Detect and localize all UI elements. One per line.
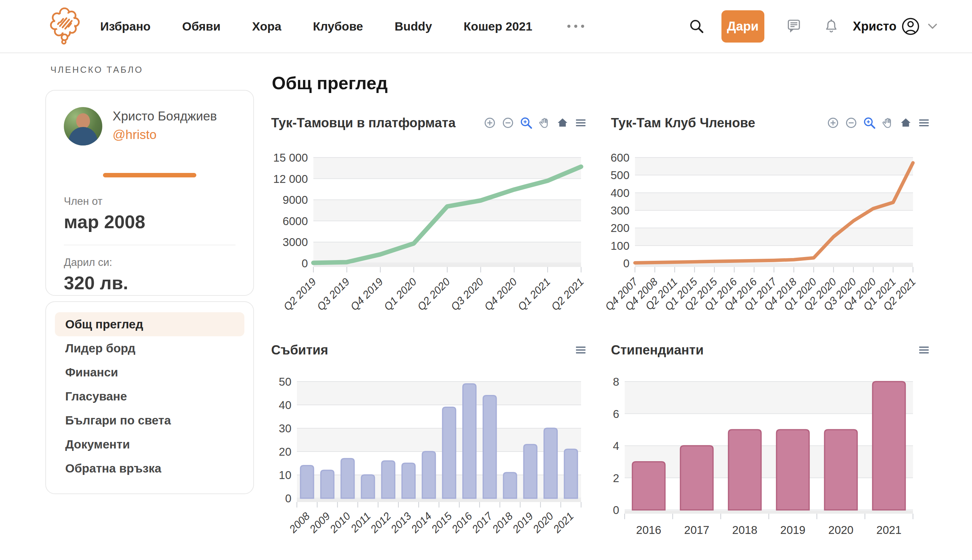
- svg-text:Q3 2019: Q3 2019: [315, 275, 352, 313]
- platform-members-line-chart[interactable]: 030006000900012 00015 000Q2 2019Q3 2019Q…: [271, 144, 587, 316]
- sidebar-item-dokumenti[interactable]: Документи: [55, 432, 244, 457]
- svg-text:2021: 2021: [876, 523, 901, 536]
- pan-icon: [881, 117, 894, 129]
- chart-menu-button[interactable]: [918, 117, 930, 129]
- home-button[interactable]: [900, 117, 912, 129]
- donate-button[interactable]: Дари: [722, 10, 764, 43]
- page-title: Общ преглед: [272, 73, 388, 93]
- svg-text:Q2 2020: Q2 2020: [415, 275, 452, 313]
- sidebar-item-obratna-vrazka[interactable]: Обратна връзка: [55, 457, 244, 480]
- chart-title: Стипендианти: [611, 343, 704, 358]
- svg-text:10: 10: [279, 469, 292, 482]
- section-label: ЧЛЕНСКО ТАБЛО: [50, 65, 143, 75]
- user-menu[interactable]: Христо: [853, 17, 938, 36]
- pan-icon: [538, 117, 550, 129]
- svg-text:2: 2: [613, 472, 619, 485]
- nav-item-obyavi[interactable]: Обяви: [182, 20, 221, 33]
- scholars-bar-chart[interactable]: 02468201620172018201920202021: [611, 371, 930, 559]
- svg-text:2018: 2018: [490, 510, 515, 536]
- sidebar-item-obsht-pregled[interactable]: Общ преглед: [55, 312, 244, 336]
- zoom-out-icon: [502, 117, 514, 129]
- menu-icon: [918, 344, 930, 356]
- donated-label: Дарил си:: [64, 256, 235, 269]
- chart-menu-button[interactable]: [575, 117, 587, 129]
- pan-button[interactable]: [538, 117, 550, 129]
- sidebar-item-lider-bord[interactable]: Лидер борд: [55, 336, 244, 360]
- svg-text:8: 8: [613, 375, 619, 388]
- user-name: Христо: [853, 19, 897, 33]
- home-button[interactable]: [556, 117, 569, 129]
- more-dots-icon[interactable]: [566, 21, 585, 31]
- sidebar-item-finansi[interactable]: Финанси: [55, 360, 244, 384]
- box-zoom-button[interactable]: [863, 117, 875, 129]
- zoom-out-button[interactable]: [845, 117, 857, 129]
- svg-text:200: 200: [610, 222, 629, 234]
- box-zoom-button[interactable]: [520, 117, 532, 129]
- svg-text:500: 500: [610, 169, 629, 182]
- svg-text:600: 600: [610, 151, 629, 164]
- zoom-out-button[interactable]: [502, 117, 514, 129]
- svg-text:30: 30: [279, 422, 292, 435]
- profile-accent-divider: [103, 173, 196, 177]
- svg-text:50: 50: [279, 375, 292, 388]
- nav-item-buddy[interactable]: Buddy: [395, 20, 432, 33]
- profile-divider: [64, 245, 235, 245]
- sidebar-menu: Общ преглед Лидер борд Финанси Гласуване…: [45, 301, 254, 494]
- svg-text:Q3 2020: Q3 2020: [448, 275, 486, 313]
- zoom-in-icon: [827, 117, 839, 129]
- zoom-out-icon: [845, 117, 857, 129]
- notifications-button[interactable]: [824, 18, 839, 35]
- svg-text:20: 20: [279, 445, 292, 458]
- svg-text:2020: 2020: [828, 523, 853, 536]
- svg-text:Q4 2020: Q4 2020: [482, 275, 519, 313]
- pan-button[interactable]: [881, 117, 894, 129]
- chart-title: Събития: [271, 343, 328, 358]
- messages-button[interactable]: [786, 18, 802, 35]
- events-bar-chart[interactable]: 0102030405020082009201020112012201320142…: [271, 371, 587, 559]
- svg-text:2019: 2019: [510, 510, 535, 535]
- svg-text:2017: 2017: [684, 523, 709, 536]
- zoom-in-button[interactable]: [827, 117, 839, 129]
- sidebar-item-glasuvane[interactable]: Гласуване: [55, 384, 244, 408]
- chevron-down-icon: [927, 23, 938, 30]
- nav-item-kosher2021[interactable]: Кошер 2021: [464, 20, 532, 33]
- chart-card-events: Събития 01020304050200820092010201120122…: [271, 340, 587, 560]
- avatar: [64, 107, 102, 145]
- donated-value: 320 лв.: [64, 272, 235, 293]
- svg-text:15 000: 15 000: [273, 151, 308, 164]
- home-icon: [900, 117, 912, 129]
- search-button[interactable]: [689, 18, 705, 35]
- top-nav: Избрано Обяви Хора Клубове Buddy Кошер 2…: [0, 0, 972, 53]
- user-circle-icon: [901, 17, 920, 36]
- nav-item-hora[interactable]: Хора: [252, 20, 282, 33]
- svg-text:0: 0: [623, 257, 629, 270]
- chart-toolbar: [827, 117, 930, 129]
- chart-menu-button[interactable]: [918, 344, 930, 356]
- chart-toolbar: [575, 344, 587, 356]
- zoom-in-button[interactable]: [483, 117, 496, 129]
- zoom-in-icon: [483, 117, 496, 129]
- svg-text:0: 0: [302, 257, 308, 270]
- svg-text:2011: 2011: [348, 510, 373, 535]
- chart-title: Тук-Там Клуб Членове: [611, 116, 755, 130]
- search-icon: [689, 18, 705, 35]
- chart-toolbar: [918, 344, 930, 356]
- profile-handle[interactable]: @hristo: [113, 128, 217, 142]
- chart-card-club-members: Тук-Там Клуб Членове 0100200300400500600…: [611, 113, 930, 317]
- svg-text:2012: 2012: [368, 510, 393, 535]
- svg-text:2013: 2013: [388, 510, 413, 535]
- svg-text:2020: 2020: [530, 510, 556, 535]
- member-since-label: Член от: [64, 195, 235, 208]
- nav-item-klubove[interactable]: Клубове: [313, 20, 363, 33]
- chart-card-platform-members: Тук-Тамовци в платформата 03000600090001…: [271, 113, 587, 317]
- brand-logo[interactable]: [48, 5, 81, 47]
- cloud-logo-icon: [48, 5, 81, 47]
- sidebar-item-balgari-po-sveta[interactable]: Българи по света: [55, 408, 244, 432]
- nav-item-izbrano[interactable]: Избрано: [100, 20, 151, 33]
- primary-nav: Избрано Обяви Хора Клубове Buddy Кошер 2…: [100, 20, 585, 33]
- svg-text:2008: 2008: [287, 510, 312, 536]
- club-members-line-chart[interactable]: 0100200300400500600Q4 2007Q4 2008Q2 2011…: [611, 144, 930, 316]
- svg-text:Q2 2021: Q2 2021: [549, 275, 586, 313]
- chart-menu-button[interactable]: [575, 344, 587, 356]
- app-screen: Избрано Обяви Хора Клубове Buddy Кошер 2…: [0, 0, 972, 560]
